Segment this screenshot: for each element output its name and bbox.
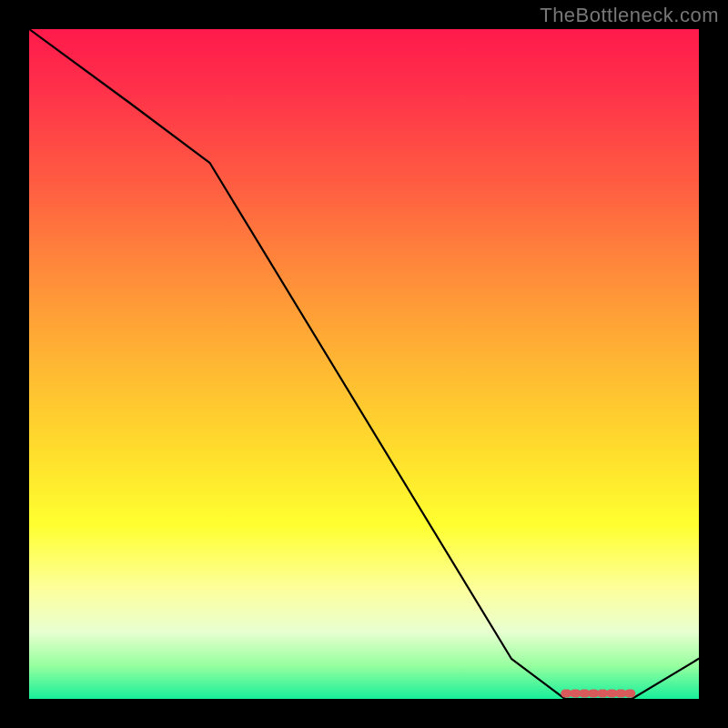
attribution-text: TheBottleneck.com [540,4,719,27]
chart-frame: TheBottleneck.com [0,0,728,728]
plot-area [29,29,699,699]
chart-overlay [29,29,699,699]
bottleneck-curve-line [29,29,699,699]
